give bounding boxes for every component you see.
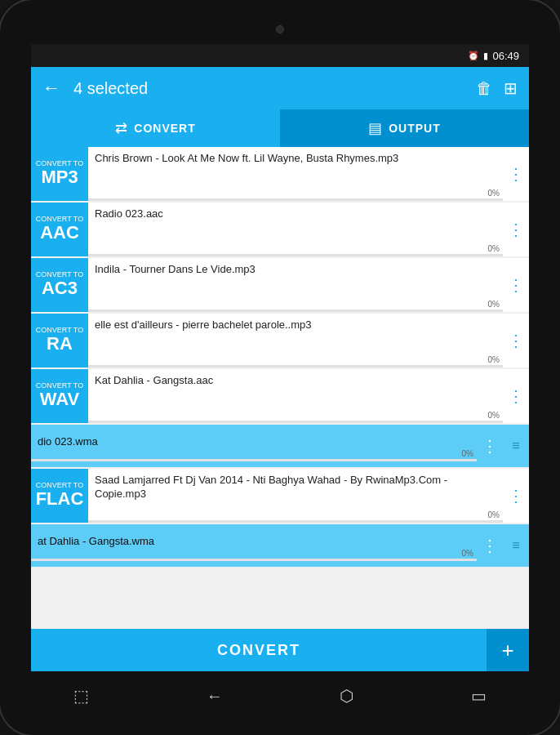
device: ⏰ ▮ 06:49 ← 4 selected 🗑 ⊞ ⇄ CONVERT ▤ O… [0,0,560,735]
tab-output[interactable]: ▤ OUTPUT [280,109,529,147]
convert-button[interactable]: CONVERT [31,629,487,671]
list-item: Convert to AAC Radio 023.aac 0% ⋮ [31,203,529,256]
format-badge: Convert to RA [31,314,88,368]
reorder-button[interactable]: ≡ [503,439,529,453]
lines-icon: ≡ [512,439,519,453]
list-item: dio 023.wma 0% ⋮ ≡ [31,425,529,467]
file-name: at Dahlia - Gangsta.wma [38,535,470,549]
status-icons: ⏰ ▮ 06:49 [468,50,519,62]
file-info: Indila - Tourner Dans Le Vide.mp3 0% [88,258,503,312]
progress-bar [88,520,503,523]
format-badge: Convert to AC3 [31,258,88,312]
badge-format: WAV [40,390,79,409]
convert-tab-icon: ⇄ [115,119,127,137]
badge-format: FLAC [36,489,84,509]
progress-bar [88,254,503,256]
file-info: at Dahlia - Gangsta.wma 0% [31,530,477,562]
progress-text: 0% [488,189,500,198]
progress-text: 0% [488,355,500,364]
file-name: dio 023.wma [38,435,470,449]
status-bar: ⏰ ▮ 06:49 [31,44,529,67]
bottom-bar: CONVERT + [31,629,529,671]
progress-bar [88,365,503,368]
progress-text: 0% [462,449,473,458]
progress-bar [88,198,503,201]
list-item: Convert to AC3 Indila - Tourner Dans Le … [31,258,529,312]
screen: ⏰ ▮ 06:49 ← 4 selected 🗑 ⊞ ⇄ CONVERT ▤ O… [31,44,529,671]
device-top [15,18,545,41]
file-name: Radio 023.aac [95,207,496,221]
tab-convert-label: CONVERT [134,122,195,135]
progress-bar [31,459,477,461]
tab-convert[interactable]: ⇄ CONVERT [31,109,280,147]
file-menu-button[interactable]: ⋮ [477,438,503,454]
alarm-icon: ⏰ [468,51,479,61]
file-name: Indila - Tourner Dans Le Vide.mp3 [95,263,496,277]
progress-text: 0% [462,549,473,558]
delete-icon[interactable]: 🗑 [476,79,492,98]
list-item: Convert to MP3 Chris Brown - Look At Me … [31,147,529,201]
more-icon: ⋮ [508,332,524,349]
reorder-button[interactable]: ≡ [503,538,529,553]
camera-nav-icon[interactable]: ⬚ [73,686,89,706]
format-badge: Convert to AAC [31,203,88,256]
progress-bar [31,559,477,561]
file-name: Kat Dahlia - Gangsta.aac [95,374,496,388]
home-nav-button[interactable]: ⬡ [340,686,353,706]
file-menu-button[interactable]: ⋮ [503,258,529,312]
file-name: Chris Brown - Look At Me Now ft. Lil Way… [95,152,496,166]
file-menu-button[interactable]: ⋮ [503,314,529,368]
recent-nav-button[interactable]: ▭ [471,686,487,706]
more-icon: ⋮ [508,221,524,238]
progress-text: 0% [488,244,500,253]
app-header: ← 4 selected 🗑 ⊞ [31,67,529,109]
file-info: Chris Brown - Look At Me Now ft. Lil Way… [88,147,503,201]
back-nav-button[interactable]: ← [207,687,223,706]
more-icon: ⋮ [508,166,524,182]
file-info: Radio 023.aac 0% [88,203,503,256]
more-icon: ⋮ [508,277,524,293]
file-name: Saad Lamjarred Ft Dj Van 2014 - Nti Bagh… [95,474,496,501]
list-item: Convert to WAV Kat Dahlia - Gangsta.aac … [31,369,529,423]
file-menu-button[interactable]: ⋮ [503,147,529,201]
tab-output-label: OUTPUT [389,122,441,135]
grid-icon[interactable]: ⊞ [504,78,518,98]
progress-text: 0% [488,411,500,420]
more-icon: ⋮ [482,537,498,554]
progress-bar [88,310,503,312]
more-icon: ⋮ [508,388,524,404]
file-info: elle est d'ailleurs - pierre bachelet pa… [88,314,503,368]
battery-icon: ▮ [483,51,488,61]
badge-format: MP3 [41,167,78,187]
lines-icon: ≡ [512,538,519,553]
more-icon: ⋮ [482,438,498,454]
file-list-container: Convert to MP3 Chris Brown - Look At Me … [31,147,529,671]
format-badge: Convert to WAV [31,369,88,423]
tab-bar: ⇄ CONVERT ▤ OUTPUT [31,109,529,147]
file-name: elle est d'ailleurs - pierre bachelet pa… [95,318,496,332]
file-menu-button[interactable]: ⋮ [503,203,529,256]
badge-format: RA [47,334,73,354]
file-menu-button[interactable]: ⋮ [477,537,503,554]
back-button[interactable]: ← [42,78,60,99]
plus-icon: + [501,638,513,663]
badge-format: AAC [40,223,79,243]
badge-format: AC3 [42,278,78,298]
format-badge: Convert to FLAC [31,469,88,523]
file-info: dio 023.wma 0% [31,430,477,462]
header-actions: 🗑 ⊞ [476,78,518,98]
file-menu-button[interactable]: ⋮ [503,369,529,423]
list-item: Convert to FLAC Saad Lamjarred Ft Dj Van… [31,469,529,523]
file-menu-button[interactable]: ⋮ [503,469,529,523]
list-item: at Dahlia - Gangsta.wma 0% ⋮ ≡ [31,524,529,567]
add-button[interactable]: + [487,629,529,671]
format-badge: Convert to MP3 [31,147,88,201]
file-list: Convert to MP3 Chris Brown - Look At Me … [31,147,529,629]
progress-bar [88,421,503,423]
file-info: Saad Lamjarred Ft Dj Van 2014 - Nti Bagh… [88,469,503,523]
progress-text: 0% [488,300,500,309]
status-time: 06:49 [492,50,519,62]
page-title: 4 selected [73,79,463,98]
more-icon: ⋮ [508,488,524,504]
device-nav: ⬚ ← ⬡ ▭ [15,675,545,717]
